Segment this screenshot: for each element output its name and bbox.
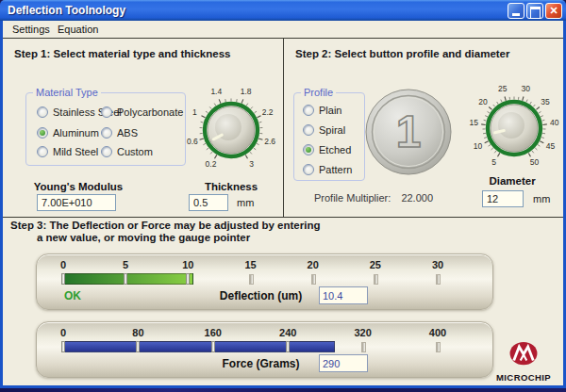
step3-title-line2: a new value, or moving the gauge pointer [37,232,250,243]
deflection-value-input[interactable] [319,286,368,304]
deflection-gauge-pointer-track[interactable] [63,273,438,285]
panel-separator-horizontal [3,217,563,218]
radio-indicator [37,127,48,139]
diameter-unit: mm [533,193,550,204]
close-button[interactable]: ✕ [545,3,562,19]
svg-text:0.2: 0.2 [206,159,217,169]
titlebar: Deflection Toolnology ✕ [0,0,566,21]
deflection-gauge[interactable]: 051015202530 OK Deflection (um) [36,253,493,310]
svg-text:20: 20 [478,97,488,106]
microchip-logo-icon [508,341,540,368]
maximize-button[interactable] [526,3,543,19]
radio-indicator [101,146,112,157]
svg-text:15: 15 [470,118,479,127]
youngs-modulus-label: Young's Modulus [22,181,135,192]
svg-text:1.8: 1.8 [241,87,252,96]
svg-text:50: 50 [530,157,540,167]
branding: MICROCHIP [486,341,561,383]
thickness-unit: mm [237,197,254,208]
svg-text:1: 1 [192,107,197,117]
profile-groupbox-label: Profile [301,87,336,98]
profile-multiplier: Profile Multiplier: 22.000 [314,192,441,204]
window-frame: Settings Equation Step 1: Select materia… [0,21,566,388]
window-title: Deflection Toolnology [0,4,125,17]
radio-label: Mild Steel [53,146,98,157]
svg-text:5: 5 [491,157,496,167]
radio-label: Pattern [319,164,352,175]
window-controls: ✕ [508,3,562,19]
diameter-knob[interactable]: 5101520253035404550 [465,79,563,177]
radio-label: ABS [117,127,138,139]
radio-indicator [303,124,314,136]
radio-label: Polycarbonate [117,106,183,118]
app-window: Deflection Toolnology ✕ Settings Equatio… [0,0,566,388]
svg-text:40: 40 [550,118,559,127]
svg-text:2.6: 2.6 [264,137,275,146]
youngs-modulus-field[interactable] [37,194,116,211]
force-scale-labels: 080160240320400 [63,327,438,339]
menu-item-settings[interactable]: Settings [7,21,56,38]
svg-text:2.2: 2.2 [262,107,274,117]
radio-label: Custom [117,146,153,157]
radio-polycarbonate[interactable]: Polycarbonate [101,106,183,119]
material-type-groupbox-label: Material Type [33,87,101,98]
menu-item-equation[interactable]: Equation [52,21,104,38]
radio-label: Spiral [319,124,345,136]
radio-aluminum[interactable]: Aluminum [37,126,99,139]
button-preview-numeral: 1 [396,106,422,156]
radio-indicator [101,106,112,118]
panel-separator-vertical [283,39,284,217]
svg-text:35: 35 [541,97,550,106]
radio-pattern[interactable]: Pattern [303,163,352,176]
force-gauge[interactable]: 080160240320400 Force (Grams) [36,321,493,378]
step3-title-line1: Step 3: The Deflection or Force may be a… [10,220,320,231]
client-area: Settings Equation Step 1: Select materia… [3,21,563,385]
deflection-status-badge: OK [64,289,81,302]
taskbar-sliver [0,388,566,392]
thickness-knob[interactable]: 0.20.611.41.82.22.63 [182,81,280,179]
radio-custom[interactable]: Custom [101,145,153,158]
force-gauge-pointer-track[interactable] [63,341,438,352]
step1-title: Step 1: Select material type and thickne… [14,48,230,59]
radio-abs[interactable]: ABS [101,126,138,139]
radio-indicator [37,146,48,157]
force-value-input[interactable] [319,354,368,372]
thickness-label: Thickness [188,181,275,192]
svg-text:1.4: 1.4 [210,87,222,96]
svg-text:10: 10 [474,141,483,151]
svg-text:45: 45 [546,141,556,151]
radio-label: Plain [319,105,341,116]
deflection-scale-labels: 051015202530 [63,259,438,271]
minimize-button[interactable] [508,3,524,19]
radio-indicator [101,127,112,139]
radio-indicator [303,164,314,175]
radio-indicator [303,144,314,155]
svg-text:0.6: 0.6 [187,137,198,146]
svg-text:3: 3 [249,159,254,169]
radio-indicator [303,105,314,116]
menubar: Settings Equation [3,21,563,38]
radio-label: Etched [319,144,351,155]
radio-mild-steel[interactable]: Mild Steel [37,145,98,158]
svg-text:30: 30 [522,84,531,93]
radio-etched[interactable]: Etched [303,143,351,156]
radio-label: Aluminum [53,127,99,139]
diameter-label: Diameter [474,175,550,187]
radio-plain[interactable]: Plain [303,104,341,117]
diameter-field[interactable] [482,190,524,207]
step2-title: Step 2: Select button profile and diamet… [295,48,509,59]
thickness-field[interactable] [189,194,228,211]
button-preview-coin: 1 [363,87,454,177]
microchip-logo-text: MICROCHIP [486,372,561,383]
profile-multiplier-value: 22.000 [401,192,433,204]
radio-indicator [37,106,48,118]
svg-text:25: 25 [498,84,508,93]
radio-spiral[interactable]: Spiral [303,123,345,137]
profile-multiplier-label: Profile Multiplier: [314,192,391,204]
